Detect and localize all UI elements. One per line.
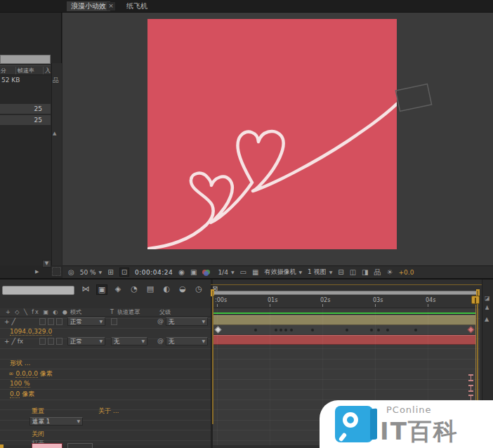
panel-resize-grip[interactable] — [52, 267, 61, 276]
switch-box[interactable] — [48, 338, 54, 345]
overlay-corner-icon[interactable]: ◪ — [485, 295, 490, 301]
layer-row-2[interactable]: + ╱ fx 正常▼ 无▼ @ 无▼ — [0, 336, 211, 346]
keyframe-dot[interactable] — [386, 329, 389, 331]
position-value[interactable]: 1094.0,329.0 — [10, 328, 52, 336]
current-time-field[interactable] — [2, 286, 74, 295]
color-swatch[interactable] — [32, 443, 63, 448]
live-update-icon[interactable]: ▣ — [96, 284, 107, 295]
scroll-up-icon[interactable]: ▲ — [485, 316, 489, 322]
scalar-value[interactable]: 0.0 — [10, 390, 20, 398]
exposure-value[interactable]: +0.0 — [399, 269, 414, 276]
keyframe-dot[interactable] — [290, 329, 293, 331]
parent-pickwhip-icon[interactable]: @ — [157, 337, 164, 344]
column-parent[interactable]: 父级 — [159, 308, 171, 317]
show-channels-icon[interactable] — [202, 269, 212, 276]
layer-switches[interactable]: + ╱ — [4, 318, 15, 325]
switch-box[interactable] — [39, 338, 46, 345]
current-timecode[interactable]: 0:00:04:24 — [135, 269, 173, 276]
parent-pickwhip-icon[interactable]: @ — [157, 317, 164, 324]
transparency-grid-icon[interactable]: ▦ — [252, 268, 258, 276]
blend-mode-dropdown[interactable]: 正常▼ — [67, 337, 105, 345]
column-in-point[interactable]: 入 — [45, 66, 51, 75]
switch-box[interactable] — [56, 318, 63, 325]
switch-box[interactable] — [56, 338, 63, 345]
mini-flowchart-icon[interactable]: ⋈ — [80, 284, 91, 295]
column-frame-rate[interactable]: 帧速率 — [18, 66, 34, 75]
resolution-dropdown[interactable]: 1/4▼ — [218, 269, 234, 276]
project-flowchart-icon[interactable]: 品 — [53, 76, 59, 85]
keyframe-dot[interactable] — [414, 329, 417, 331]
keyframe-dot[interactable] — [311, 329, 314, 331]
keyframe-dot[interactable] — [370, 329, 373, 331]
work-area-bar[interactable] — [213, 291, 480, 295]
track-matte-dropdown[interactable]: 无▼ — [111, 337, 147, 345]
composition-viewer[interactable] — [63, 13, 493, 265]
column-type[interactable]: 分 — [1, 66, 6, 75]
draft-3d-icon[interactable]: ◈ — [112, 284, 124, 295]
scroll-right-icon[interactable]: ▶ — [35, 269, 39, 275]
keyframe-track[interactable] — [213, 325, 475, 335]
switch-box[interactable] — [48, 318, 54, 325]
tab-active-composition[interactable]: 浪漫小动效 — [67, 1, 110, 11]
mask-select-dropdown[interactable]: 遮罩 1▼ — [29, 417, 83, 426]
keyframe-end-diamond[interactable] — [468, 327, 475, 334]
effect-about-link[interactable]: 关于 ... — [98, 407, 309, 416]
switch-box[interactable] — [39, 318, 46, 325]
prop-percent[interactable]: 100 % — [10, 380, 221, 387]
project-item-row[interactable]: 25 — [0, 104, 51, 114]
keyframe-dot[interactable] — [254, 329, 257, 331]
scroll-up-icon[interactable]: ▲ — [53, 131, 56, 136]
safe-margins-icon[interactable]: ⊡ — [119, 268, 129, 277]
parent-dropdown[interactable]: 无▼ — [166, 317, 208, 326]
motion-blur-icon[interactable]: ◐ — [161, 284, 172, 295]
grid-guides-icon[interactable]: ⊞ — [107, 268, 113, 276]
prop-off[interactable]: 关闭 — [32, 430, 242, 439]
composition-canvas[interactable] — [147, 19, 397, 249]
auto-keyframe-icon[interactable]: ◷ — [193, 284, 204, 295]
always-preview-icon[interactable]: ◎ — [68, 268, 74, 276]
keyframe-dot[interactable] — [275, 329, 277, 331]
percent-value[interactable]: 100 % — [10, 380, 30, 388]
column-t[interactable]: T — [110, 308, 114, 317]
column-mode[interactable]: 模式 — [70, 308, 81, 317]
position-property-row[interactable]: 1094.0,329.0 — [0, 327, 211, 336]
keyframe-dot[interactable] — [346, 329, 348, 331]
share-view-icon[interactable]: ⊟ — [338, 268, 343, 276]
camera-view-dropdown[interactable]: 有效摄像机▼ — [264, 268, 302, 277]
project-item-row[interactable]: 25 — [0, 115, 51, 125]
keyframe-dot[interactable] — [280, 329, 282, 331]
frame-blend-icon[interactable]: ▤ — [145, 284, 156, 295]
timeline-ruler[interactable]: :00s01s02s03s04s — [213, 296, 480, 308]
exposure-icon[interactable]: ☀ — [387, 268, 393, 276]
swatch-option-box[interactable] — [67, 443, 93, 448]
prop-shape[interactable]: 形状 ... — [10, 359, 221, 368]
column-track-matte[interactable]: 轨道遮罩 — [117, 308, 140, 317]
layer-bar-1[interactable] — [213, 315, 475, 325]
keyframe-dot[interactable] — [284, 329, 287, 331]
layer-row-1[interactable]: + ╱ 正常▼ @ 无▼ — [0, 317, 211, 327]
point-value[interactable]: 0.0,0.0 — [15, 370, 38, 378]
layer-switches[interactable]: + ╱ fx — [4, 338, 23, 345]
region-of-interest-icon[interactable]: ▭ — [240, 268, 246, 276]
switch-box[interactable] — [111, 318, 117, 325]
snapshot-camera-icon[interactable]: ◉ — [178, 268, 185, 276]
view-layout-dropdown[interactable]: 1 视图▼ — [308, 268, 332, 277]
brainstorm-icon[interactable]: ◒ — [177, 284, 188, 295]
layer-bar-2[interactable] — [213, 335, 475, 345]
scroll-down-icon[interactable]: ▼ — [42, 260, 51, 268]
tab-second-composition[interactable]: 纸飞机 — [123, 1, 151, 11]
tab-close-icon[interactable]: × — [107, 2, 115, 11]
marker-bin-icon[interactable]: ♟ — [485, 305, 489, 311]
project-scrollbar-track[interactable] — [51, 63, 62, 265]
magnification-dropdown[interactable]: 50 %▼ — [80, 269, 103, 276]
blend-mode-dropdown[interactable]: 正常▼ — [67, 317, 105, 326]
comp-flowchart-icon[interactable]: 品 — [374, 268, 381, 277]
keyframe-start-diamond[interactable] — [215, 327, 222, 334]
keyframe-dot[interactable] — [377, 329, 380, 331]
show-snapshot-icon[interactable]: ▣ — [190, 268, 197, 276]
pixel-aspect-icon[interactable]: ◫ — [350, 268, 356, 276]
fast-preview-icon[interactable]: ◨ — [362, 268, 368, 276]
shy-layers-icon[interactable]: ◔ — [129, 284, 140, 295]
prop-on[interactable]: 打开 — [32, 439, 242, 448]
parent-dropdown[interactable]: 无▼ — [166, 337, 208, 345]
